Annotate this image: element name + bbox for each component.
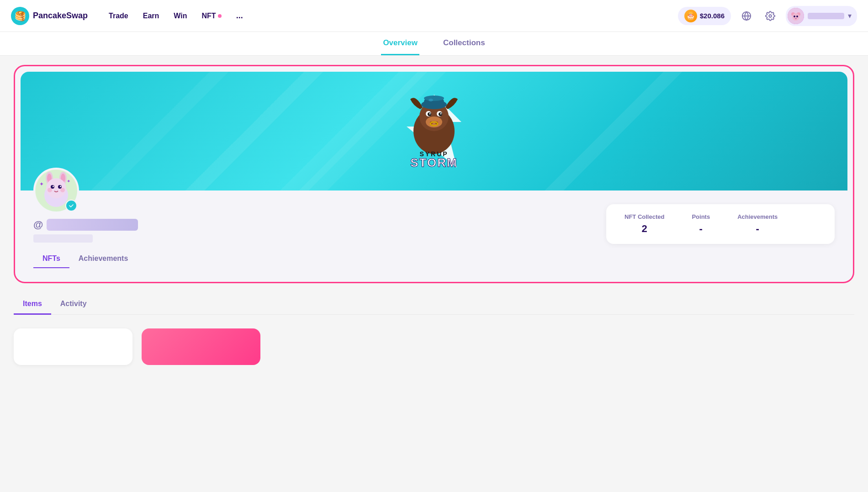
nav-earn[interactable]: Earn	[137, 8, 166, 24]
wallet-address-blurred	[33, 234, 93, 243]
svg-text:STORM: STORM	[410, 156, 457, 169]
pancakeswap-logo-icon: 🥞	[11, 7, 29, 25]
stat-points: Points -	[692, 213, 710, 235]
achievements-value: -	[737, 223, 778, 235]
item-card-1[interactable]	[14, 328, 132, 365]
nav-more[interactable]: ...	[230, 7, 249, 24]
svg-point-25	[424, 95, 444, 101]
banner-logo: SYRUP STORM	[370, 85, 498, 177]
avatar-container: ✦ ✦	[33, 168, 79, 213]
main-nav: Trade Earn Win NFT ...	[102, 7, 678, 24]
syrup-storm-graphic: SYRUP STORM	[370, 85, 498, 177]
tab-collections[interactable]: Collections	[441, 32, 487, 55]
stats-card: NFT Collected 2 Points - Achievements -	[606, 204, 835, 244]
svg-point-8	[794, 16, 795, 17]
svg-point-44	[68, 202, 74, 209]
globe-button[interactable]	[738, 8, 755, 24]
svg-point-3	[769, 15, 772, 17]
svg-text:✦: ✦	[67, 179, 70, 184]
profile-sub-tabs: NFTs Achievements	[33, 250, 835, 268]
cake-icon: 🎂	[684, 10, 697, 22]
svg-point-41	[60, 188, 65, 192]
profile-info-area: ✦ ✦ @	[15, 190, 853, 282]
svg-point-20	[429, 113, 431, 115]
username-blurred	[47, 219, 138, 231]
cake-price-badge[interactable]: 🎂 $20.086	[678, 7, 731, 25]
achievements-label: Achievements	[737, 213, 778, 220]
svg-point-9	[796, 16, 798, 17]
stats-area: NFT Collected 2 Points - Achievements -	[606, 204, 835, 244]
nft-collected-value: 2	[625, 223, 664, 235]
nav-trade[interactable]: Trade	[102, 8, 135, 24]
item-card-2[interactable]	[142, 328, 260, 365]
svg-point-7	[792, 13, 799, 21]
nav-win[interactable]: Win	[167, 8, 193, 24]
items-grid	[14, 324, 854, 365]
at-symbol: @	[33, 219, 43, 231]
points-value: -	[692, 223, 710, 235]
main-header: 🥞 PancakeSwap Trade Earn Win NFT ... 🎂 $…	[0, 0, 868, 32]
svg-text:🥞: 🥞	[15, 11, 26, 21]
svg-text:✦: ✦	[39, 181, 44, 187]
nft-collected-label: NFT Collected	[625, 213, 664, 220]
stat-nft-collected: NFT Collected 2	[625, 213, 664, 235]
user-name-blurred	[808, 13, 844, 19]
avatar-verified-badge	[65, 200, 77, 212]
points-label: Points	[692, 213, 710, 220]
svg-point-38	[53, 186, 54, 187]
tab-nfts[interactable]: NFTs	[33, 250, 69, 268]
content-tabs-bar: Items Activity	[14, 294, 854, 315]
svg-point-26	[429, 99, 433, 101]
stat-achievements: Achievements -	[737, 213, 778, 235]
svg-point-21	[440, 113, 442, 115]
svg-point-39	[60, 186, 61, 187]
settings-button[interactable]	[762, 8, 778, 24]
profile-banner: SYRUP STORM	[21, 72, 847, 190]
header-right: 🎂 $20.086	[678, 6, 857, 26]
tab-overview[interactable]: Overview	[381, 32, 419, 55]
tab-items[interactable]: Items	[14, 294, 51, 315]
user-account-button[interactable]: ▾	[786, 6, 857, 26]
page-tabs-bar: Overview Collections	[0, 32, 868, 56]
svg-point-36	[51, 185, 54, 189]
nft-notification-dot	[218, 14, 222, 18]
main-content: SYRUP STORM	[0, 56, 868, 374]
svg-point-40	[48, 188, 52, 192]
chevron-down-icon: ▾	[848, 11, 852, 20]
nav-nft[interactable]: NFT	[196, 8, 228, 24]
logo-text: PancakeSwap	[33, 11, 88, 21]
logo-area[interactable]: 🥞 PancakeSwap	[11, 7, 88, 25]
user-avatar	[788, 8, 804, 24]
tab-achievements[interactable]: Achievements	[69, 250, 138, 268]
cake-price-value: $20.086	[700, 12, 725, 20]
tab-activity[interactable]: Activity	[51, 294, 96, 315]
svg-point-37	[58, 185, 62, 189]
profile-card: SYRUP STORM	[14, 65, 854, 283]
